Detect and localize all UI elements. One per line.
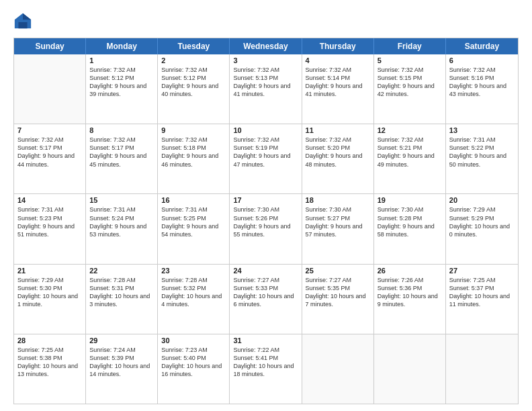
day-number: 27 [449,267,515,275]
calendar: SundayMondayTuesdayWednesdayThursdayFrid… [13,38,519,404]
weekday-header-saturday: Saturday [446,38,518,54]
cal-cell: 18Sunrise: 7:30 AMSunset: 5:27 PMDayligh… [302,194,374,263]
cell-info: Sunrise: 7:30 AMSunset: 5:28 PMDaylight:… [378,205,442,238]
day-number: 8 [89,126,154,134]
calendar-body: 1Sunrise: 7:32 AMSunset: 5:12 PMDaylight… [14,54,518,404]
cell-info: Sunrise: 7:31 AMSunset: 5:25 PMDaylight:… [161,205,226,238]
cell-info: Sunrise: 7:32 AMSunset: 5:16 PMDaylight:… [449,66,515,99]
day-number: 22 [89,267,154,275]
day-number: 13 [449,126,515,134]
cell-info: Sunrise: 7:32 AMSunset: 5:20 PMDaylight:… [306,136,370,169]
cell-info: Sunrise: 7:31 AMSunset: 5:24 PMDaylight:… [89,205,154,238]
week-row-3: 14Sunrise: 7:31 AMSunset: 5:23 PMDayligh… [14,193,518,263]
day-number: 1 [89,56,154,64]
day-number: 7 [17,126,82,134]
logo-icon [13,12,32,31]
cal-cell: 10Sunrise: 7:32 AMSunset: 5:19 PMDayligh… [230,124,302,193]
cell-info: Sunrise: 7:30 AMSunset: 5:27 PMDaylight:… [306,205,370,238]
cal-cell: 19Sunrise: 7:30 AMSunset: 5:28 PMDayligh… [374,194,446,263]
day-number: 12 [378,126,442,134]
cell-info: Sunrise: 7:27 AMSunset: 5:35 PMDaylight:… [306,276,370,309]
cell-info: Sunrise: 7:32 AMSunset: 5:17 PMDaylight:… [17,136,82,169]
cell-info: Sunrise: 7:23 AMSunset: 5:40 PMDaylight:… [161,346,226,379]
cell-info: Sunrise: 7:25 AMSunset: 5:38 PMDaylight:… [17,346,82,379]
cal-cell: 16Sunrise: 7:31 AMSunset: 5:25 PMDayligh… [158,194,230,263]
cell-info: Sunrise: 7:26 AMSunset: 5:36 PMDaylight:… [378,276,442,309]
week-row-5: 28Sunrise: 7:25 AMSunset: 5:38 PMDayligh… [14,334,518,404]
day-number: 26 [378,267,442,275]
cell-info: Sunrise: 7:32 AMSunset: 5:12 PMDaylight:… [89,66,154,99]
cell-info: Sunrise: 7:28 AMSunset: 5:32 PMDaylight:… [161,276,226,309]
cell-info: Sunrise: 7:31 AMSunset: 5:23 PMDaylight:… [17,205,82,238]
week-row-1: 1Sunrise: 7:32 AMSunset: 5:12 PMDaylight… [14,54,518,124]
day-number: 30 [161,336,226,345]
cell-info: Sunrise: 7:32 AMSunset: 5:14 PMDaylight:… [306,66,370,99]
week-row-2: 7Sunrise: 7:32 AMSunset: 5:17 PMDaylight… [14,124,518,193]
cal-cell: 5Sunrise: 7:32 AMSunset: 5:15 PMDaylight… [374,54,446,124]
cal-cell: 23Sunrise: 7:28 AMSunset: 5:32 PMDayligh… [158,265,230,334]
cell-info: Sunrise: 7:24 AMSunset: 5:39 PMDaylight:… [89,346,154,379]
cal-cell: 26Sunrise: 7:26 AMSunset: 5:36 PMDayligh… [374,265,446,334]
svg-marker-1 [23,13,31,19]
cell-info: Sunrise: 7:29 AMSunset: 5:30 PMDaylight:… [17,276,82,309]
weekday-header-sunday: Sunday [14,38,86,54]
day-number: 5 [378,56,442,64]
cell-info: Sunrise: 7:32 AMSunset: 5:19 PMDaylight:… [233,136,298,169]
weekday-header-thursday: Thursday [302,38,374,54]
cell-info: Sunrise: 7:31 AMSunset: 5:22 PMDaylight:… [449,136,515,169]
day-number: 6 [449,56,515,64]
weekday-header-friday: Friday [374,38,446,54]
cal-cell: 7Sunrise: 7:32 AMSunset: 5:17 PMDaylight… [14,124,86,193]
cal-cell: 6Sunrise: 7:32 AMSunset: 5:16 PMDaylight… [446,54,518,124]
cell-info: Sunrise: 7:22 AMSunset: 5:41 PMDaylight:… [233,346,298,379]
day-number: 28 [17,336,82,345]
page: SundayMondayTuesdayWednesdayThursdayFrid… [0,0,532,411]
cal-cell [446,334,518,404]
cell-info: Sunrise: 7:32 AMSunset: 5:21 PMDaylight:… [378,136,442,169]
cal-cell: 30Sunrise: 7:23 AMSunset: 5:40 PMDayligh… [158,334,230,404]
cal-cell: 13Sunrise: 7:31 AMSunset: 5:22 PMDayligh… [446,124,518,193]
weekday-header-tuesday: Tuesday [158,38,230,54]
cal-cell: 31Sunrise: 7:22 AMSunset: 5:41 PMDayligh… [230,334,302,404]
logo [13,12,35,31]
day-number: 25 [306,267,370,275]
day-number: 21 [17,267,82,275]
cal-cell: 9Sunrise: 7:32 AMSunset: 5:18 PMDaylight… [158,124,230,193]
day-number: 4 [306,56,370,64]
cal-cell: 29Sunrise: 7:24 AMSunset: 5:39 PMDayligh… [86,334,158,404]
cell-info: Sunrise: 7:27 AMSunset: 5:33 PMDaylight:… [233,276,298,309]
cal-cell: 22Sunrise: 7:28 AMSunset: 5:31 PMDayligh… [86,265,158,334]
day-number: 2 [161,56,226,64]
day-number: 15 [89,196,154,204]
cal-cell: 25Sunrise: 7:27 AMSunset: 5:35 PMDayligh… [302,265,374,334]
cal-cell: 3Sunrise: 7:32 AMSunset: 5:13 PMDaylight… [230,54,302,124]
cell-info: Sunrise: 7:32 AMSunset: 5:15 PMDaylight:… [378,66,442,99]
cal-cell: 20Sunrise: 7:29 AMSunset: 5:29 PMDayligh… [446,194,518,263]
cal-cell: 4Sunrise: 7:32 AMSunset: 5:14 PMDaylight… [302,54,374,124]
cell-info: Sunrise: 7:28 AMSunset: 5:31 PMDaylight:… [89,276,154,309]
day-number: 20 [449,196,515,204]
cal-cell: 17Sunrise: 7:30 AMSunset: 5:26 PMDayligh… [230,194,302,263]
cal-cell: 28Sunrise: 7:25 AMSunset: 5:38 PMDayligh… [14,334,86,404]
day-number: 9 [161,126,226,134]
cell-info: Sunrise: 7:32 AMSunset: 5:18 PMDaylight:… [161,136,226,169]
day-number: 3 [233,56,298,64]
week-row-4: 21Sunrise: 7:29 AMSunset: 5:30 PMDayligh… [14,264,518,334]
day-number: 24 [233,267,298,275]
cal-cell: 11Sunrise: 7:32 AMSunset: 5:20 PMDayligh… [302,124,374,193]
day-number: 23 [161,267,226,275]
day-number: 17 [233,196,298,204]
day-number: 16 [161,196,226,204]
day-number: 11 [306,126,370,134]
cell-info: Sunrise: 7:29 AMSunset: 5:29 PMDaylight:… [449,205,515,238]
cal-cell: 27Sunrise: 7:25 AMSunset: 5:37 PMDayligh… [446,265,518,334]
calendar-header: SundayMondayTuesdayWednesdayThursdayFrid… [14,38,518,54]
cal-cell: 2Sunrise: 7:32 AMSunset: 5:12 PMDaylight… [158,54,230,124]
day-number: 31 [233,336,298,345]
cell-info: Sunrise: 7:32 AMSunset: 5:17 PMDaylight:… [89,136,154,169]
cal-cell: 12Sunrise: 7:32 AMSunset: 5:21 PMDayligh… [374,124,446,193]
cal-cell [374,334,446,404]
cal-cell [302,334,374,404]
cal-cell: 14Sunrise: 7:31 AMSunset: 5:23 PMDayligh… [14,194,86,263]
day-number: 19 [378,196,442,204]
